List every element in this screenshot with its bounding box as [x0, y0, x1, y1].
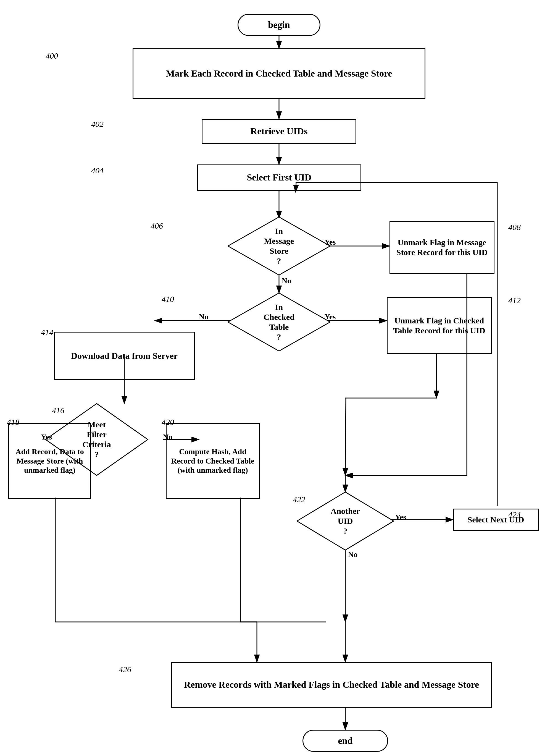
begin-node: begin [237, 14, 321, 36]
flowchart-diagram: .arr { stroke:#000; stroke-width:3; fill… [0, 0, 558, 756]
step-label-408: 408 [508, 222, 521, 232]
node-400: Mark Each Record in Checked Table and Me… [133, 48, 425, 99]
node-426: Remove Records with Marked Flags in Chec… [171, 662, 492, 708]
yes-label-422: Yes [395, 513, 406, 521]
node-410-label: InCheckedTable? [263, 302, 295, 342]
node-416-label: MeetFilterCriteria? [82, 420, 111, 459]
step-label-404: 404 [91, 166, 104, 175]
step-label-414: 414 [41, 327, 53, 337]
yes-label-416: Yes [41, 433, 52, 441]
step-label-426: 426 [119, 665, 131, 674]
node-414: Download Data from Server [54, 332, 195, 380]
svg-line-12 [345, 398, 346, 475]
node-420: Compute Hash, Add Record to Checked Tabl… [166, 423, 260, 499]
end-node: end [303, 730, 388, 752]
node-412: Unmark Flag in Checked Table Record for … [387, 297, 492, 354]
no-label-422: No [348, 550, 357, 559]
node-402: Retrieve UIDs [202, 119, 356, 144]
yes-label-410: Yes [325, 312, 336, 321]
node-404: Select First UID [197, 165, 361, 191]
node-406: InMessageStore? [227, 216, 331, 276]
node-406-label: InMessageStore? [264, 226, 294, 266]
no-label-406: No [282, 276, 291, 285]
node-422: AnotherUID? [296, 491, 395, 552]
node-410: InCheckedTable? [227, 292, 331, 352]
step-label-406: 406 [151, 221, 163, 230]
no-label-416: No [163, 433, 172, 441]
step-label-400: 400 [46, 51, 58, 60]
yes-label-406: Yes [325, 238, 336, 247]
node-408: Unmark Flag in Message Store Record for … [389, 221, 494, 274]
node-424: Select Next UID [453, 509, 539, 531]
step-label-402: 402 [91, 119, 104, 129]
step-label-410: 410 [161, 294, 174, 304]
step-label-412: 412 [508, 296, 521, 305]
no-label-410: No [199, 312, 208, 321]
node-422-label: AnotherUID? [331, 506, 360, 536]
